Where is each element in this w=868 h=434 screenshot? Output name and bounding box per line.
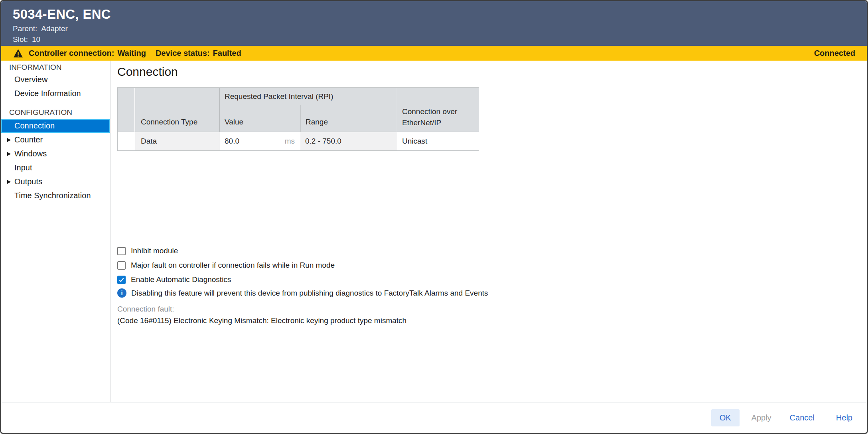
connection-over-ethernet-select[interactable]: Unicast	[397, 132, 479, 150]
sidebar-item-windows[interactable]: Windows	[1, 147, 110, 161]
checkbox-label: Inhibit module	[131, 247, 178, 255]
page-title: 5034-ENC, ENC	[13, 7, 867, 22]
table-header-range: Range	[300, 105, 397, 132]
main-content: Connection Connection Type Requested Pac…	[110, 61, 867, 402]
device-status-label: Device status:	[156, 49, 210, 58]
slot-value: 10	[32, 35, 40, 43]
sidebar-item-outputs[interactable]: Outputs	[1, 175, 110, 189]
info-icon: i	[117, 288, 126, 298]
major-fault-row[interactable]: Major fault on controller if connection …	[117, 261, 335, 270]
sidebar-item-label: Counter	[14, 135, 43, 144]
table-header-connection-type: Connection Type	[135, 88, 220, 132]
sidebar-item-counter[interactable]: Counter	[1, 133, 110, 147]
diagnostics-info-row: i Disabling this feature will prevent th…	[117, 288, 488, 298]
enable-automatic-diagnostics-checkbox[interactable]	[117, 276, 126, 284]
footer-button-bar: OK Apply Cancel Help	[1, 402, 867, 433]
expand-arrow-icon[interactable]	[7, 152, 11, 156]
status-bar: Controller connection: Waiting Device st…	[1, 46, 867, 61]
controller-connection-label: Controller connection:	[29, 49, 114, 58]
sidebar-item-label: Windows	[14, 149, 47, 158]
cancel-button[interactable]: Cancel	[790, 413, 815, 422]
slot-row: Slot:10	[13, 36, 867, 43]
warning-icon	[13, 49, 23, 58]
expand-arrow-icon[interactable]	[7, 180, 11, 184]
device-status-value: Faulted	[213, 49, 241, 58]
enable-automatic-diagnostics-row[interactable]: Enable Automatic Diagnostics	[117, 275, 335, 284]
section-heading: Connection	[117, 65, 178, 79]
rpi-value: 80.0	[225, 137, 239, 146]
checkbox-label: Major fault on controller if connection …	[131, 261, 335, 270]
major-fault-checkbox[interactable]	[117, 261, 126, 270]
inhibit-module-checkbox[interactable]	[117, 247, 126, 255]
connection-status-badge: Connected	[814, 49, 855, 58]
sidebar-item-input[interactable]: Input	[1, 161, 110, 175]
table-row-selector-cell[interactable]	[118, 132, 135, 150]
table-header-value: Value	[220, 105, 300, 132]
header: 5034-ENC, ENC Parent:Adapter Slot:10	[1, 1, 867, 46]
info-note-text: Disabling this feature will prevent this…	[131, 289, 488, 298]
sidebar-section-configuration: CONFIGURATION	[1, 106, 110, 119]
expand-arrow-icon[interactable]	[7, 138, 11, 142]
controller-connection-value: Waiting	[117, 49, 146, 58]
inhibit-module-row[interactable]: Inhibit module	[117, 247, 335, 255]
parent-value: Adapter	[41, 24, 68, 33]
sidebar-item-label: Connection	[14, 121, 55, 130]
slot-label: Slot:	[13, 35, 28, 43]
parent-row: Parent:Adapter	[13, 25, 867, 33]
connection-fault-value: (Code 16#0115) Electronic Keying Mismatc…	[117, 316, 406, 325]
parent-label: Parent:	[13, 24, 37, 33]
sidebar-section-information: INFORMATION	[1, 62, 110, 73]
sidebar-item-connection[interactable]: Connection	[1, 119, 110, 133]
table-cell-range: 0.2 - 750.0	[300, 132, 397, 150]
checkbox-label: Enable Automatic Diagnostics	[131, 275, 231, 284]
rpi-value-input[interactable]: 80.0 ms	[220, 132, 300, 150]
sidebar-item-label: Input	[14, 163, 32, 172]
connection-fault-label: Connection fault:	[117, 305, 174, 314]
sidebar-item-time-synchronization[interactable]: Time Synchronization	[1, 189, 110, 203]
connection-table: Connection Type Requested Packet Interva…	[117, 87, 479, 151]
sidebar-item-label: Time Synchronization	[14, 191, 91, 200]
table-header-rpi: Requested Packet Interval (RPI)	[220, 88, 397, 105]
rpi-unit: ms	[285, 137, 295, 146]
sidebar: INFORMATION Overview Device Information …	[1, 61, 110, 402]
help-button[interactable]: Help	[836, 413, 852, 422]
sidebar-item-label: Outputs	[14, 177, 42, 186]
sidebar-item-overview[interactable]: Overview	[1, 73, 110, 87]
table-cell-connection-type: Data	[135, 132, 220, 150]
module-properties-window: 5034-ENC, ENC Parent:Adapter Slot:10 Con…	[0, 0, 868, 434]
table-header-empty	[118, 88, 135, 132]
apply-button[interactable]: Apply	[752, 413, 771, 422]
checkbox-group: Inhibit module Major fault on controller…	[117, 247, 335, 290]
table-header-connection-over-ethernet: Connection over EtherNet/IP	[397, 88, 479, 132]
sidebar-item-device-information[interactable]: Device Information	[1, 87, 110, 101]
ok-button[interactable]: OK	[711, 409, 740, 426]
